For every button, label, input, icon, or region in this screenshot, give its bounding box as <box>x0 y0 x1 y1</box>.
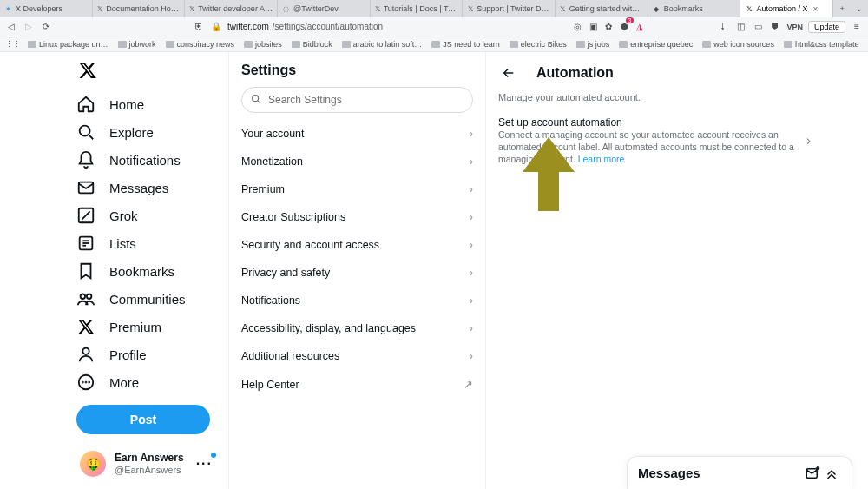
menu-button[interactable]: ≡ <box>851 21 863 33</box>
tab-overflow-button[interactable]: ⌄ <box>851 0 868 17</box>
browser-tab[interactable]: ✶X Developers <box>0 0 93 17</box>
learn-more-link[interactable]: Learn more <box>578 154 625 164</box>
nav-grok[interactable]: Grok <box>76 202 221 229</box>
settings-search[interactable] <box>241 87 473 113</box>
chevron-right-icon: › <box>470 350 473 362</box>
update-button[interactable]: Update <box>808 21 845 33</box>
svg-line-4 <box>82 211 89 219</box>
forward-button[interactable]: ▷ <box>23 21 35 33</box>
nav-profile[interactable]: Profile <box>76 340 221 368</box>
browser-tab[interactable]: 𝕏Getting started with Postman <box>556 0 648 17</box>
settings-help-center[interactable]: Help Center↗ <box>229 370 485 399</box>
bookmark-item[interactable]: web icon sources <box>700 40 777 49</box>
settings-accessibility[interactable]: Accessibility, display, and languages› <box>229 314 485 342</box>
lock-icon: 🔒 <box>210 21 222 33</box>
bookmark-icon <box>76 261 95 281</box>
bookmark-item[interactable]: Bidblock <box>289 40 335 49</box>
settings-additional-resources[interactable]: Additional resources› <box>229 342 485 370</box>
wallet-icon[interactable]: ▭ <box>752 21 764 33</box>
nav-notifications[interactable]: Notifications <box>76 146 221 174</box>
x-logo[interactable] <box>76 59 99 82</box>
nav-bookmarks[interactable]: Bookmarks <box>76 257 221 285</box>
settings-title: Settings <box>229 52 485 87</box>
person-icon <box>76 345 95 364</box>
url-display[interactable]: twitter.com/settings/account/automation <box>227 22 383 31</box>
bookmark-item[interactable]: js jobs <box>574 40 613 49</box>
chevron-right-icon: › <box>470 211 473 223</box>
browser-tab-active[interactable]: 𝕏Automation / X× <box>740 0 833 17</box>
bookmark-item[interactable]: Linux package un… <box>25 40 111 49</box>
expand-dock-icon[interactable] <box>822 464 841 483</box>
automation-column: Automation Manage your automated account… <box>486 52 868 489</box>
svg-point-10 <box>87 294 92 300</box>
settings-security-access[interactable]: Security and account access› <box>229 231 485 259</box>
extension-icon[interactable]: ⬢ <box>618 21 630 33</box>
settings-notifications[interactable]: Notifications› <box>229 287 485 314</box>
back-button[interactable] <box>498 63 519 83</box>
nav-messages[interactable]: Messages <box>76 174 221 202</box>
nav-explore[interactable]: Explore <box>76 118 221 146</box>
home-icon <box>76 95 95 114</box>
svg-point-15 <box>89 382 89 383</box>
nav-home[interactable]: Home <box>76 90 221 118</box>
bookmark-item[interactable]: entreprise quebec <box>616 40 695 49</box>
chevron-right-icon: › <box>470 294 473 307</box>
setup-automation-row[interactable]: Set up account automation Connect a mana… <box>486 115 823 168</box>
messages-dock[interactable]: Messages <box>627 456 852 489</box>
reload-button[interactable]: ⟳ <box>40 21 52 33</box>
vpn-shield-icon[interactable]: ⛊ <box>769 21 781 33</box>
nav-premium[interactable]: Premium <box>76 313 221 340</box>
account-switcher[interactable]: Earn Answers @EarnAnswers ··· <box>76 446 221 482</box>
extension-icon[interactable]: ✿ <box>602 21 615 33</box>
settings-monetization[interactable]: Monetization› <box>229 148 485 175</box>
svg-point-0 <box>80 126 90 136</box>
download-icon[interactable]: ⭳ <box>717 21 729 33</box>
settings-privacy-safety[interactable]: Privacy and safety› <box>229 259 485 287</box>
nav-communities[interactable]: Communities <box>76 285 221 313</box>
browser-tab[interactable]: 𝕏Twitter developer Apps overview <box>185 0 278 17</box>
notification-dot-icon <box>211 453 216 458</box>
nav-more[interactable]: More <box>76 368 221 396</box>
browser-tab[interactable]: ◌@TwitterDev <box>278 0 371 17</box>
browser-tab[interactable]: 𝕏Support | Twitter Developer <box>463 0 556 17</box>
bell-icon <box>76 150 95 169</box>
shield-icon[interactable]: ⛨ <box>193 21 205 33</box>
account-more[interactable]: ··· <box>196 456 218 472</box>
chevron-right-icon: › <box>470 183 473 195</box>
more-icon <box>76 373 95 392</box>
back-button[interactable]: ◁ <box>5 21 17 33</box>
primary-nav: Home Explore Notifications Messages Grok… <box>0 52 228 489</box>
bookmark-item[interactable]: jobwork <box>115 40 159 49</box>
bookmark-item[interactable]: JS need to learn <box>429 40 503 49</box>
settings-creator-subscriptions[interactable]: Creator Subscriptions› <box>229 203 485 231</box>
extension-icon[interactable]: ▣ <box>587 21 599 33</box>
apps-icon[interactable]: ⋮⋮ <box>5 40 21 49</box>
new-tab-button[interactable]: + <box>833 0 851 17</box>
browser-tab[interactable]: 𝕏Tutorials | Docs | Twitter Developer <box>371 0 464 17</box>
browser-tab[interactable]: 𝕏Documentation Home | Docs <box>93 0 186 17</box>
browser-tab[interactable]: ◆Bookmarks <box>648 0 741 17</box>
bookmark-item[interactable]: html&css template <box>781 40 862 49</box>
bookmark-item[interactable]: arabic to latin soft… <box>339 40 425 49</box>
settings-premium[interactable]: Premium› <box>229 175 485 203</box>
account-name: Earn Answers <box>115 453 184 464</box>
folder-icon <box>342 41 351 48</box>
settings-search-input[interactable] <box>241 87 473 113</box>
chevron-right-icon: › <box>470 322 473 334</box>
brave-icon[interactable]: ◮ <box>634 21 646 33</box>
nav-lists[interactable]: Lists <box>76 229 221 257</box>
sidebar-icon[interactable]: ◫ <box>734 21 746 33</box>
bookmark-item[interactable]: conspiracy news <box>163 40 238 49</box>
search-icon <box>76 122 95 142</box>
account-handle: @EarnAnswers <box>115 465 184 475</box>
post-button[interactable]: Post <box>76 405 210 434</box>
settings-your-account[interactable]: Your account› <box>229 120 485 148</box>
folder-icon <box>28 41 36 48</box>
x-icon: 𝕏 <box>745 5 753 13</box>
folder-icon <box>118 41 127 48</box>
new-message-icon[interactable] <box>803 464 822 483</box>
bookmark-item[interactable]: electric Bikes <box>507 40 569 49</box>
extension-icon[interactable]: ◎ <box>571 21 583 33</box>
bookmark-item[interactable]: jobsites <box>241 40 285 49</box>
close-icon[interactable]: × <box>811 4 818 14</box>
